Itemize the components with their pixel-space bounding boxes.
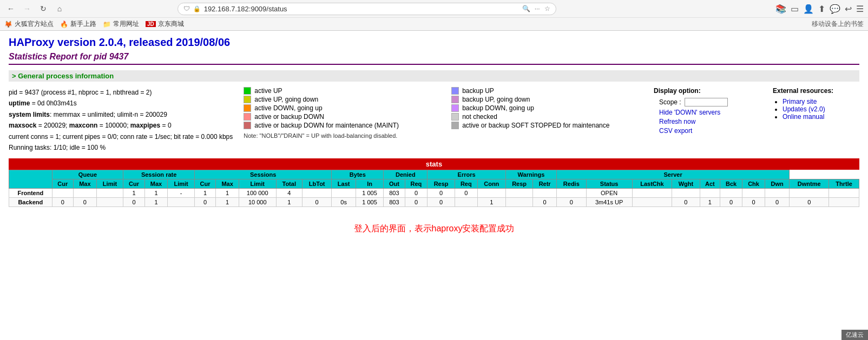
legend-backup-up: backup UP — [451, 87, 643, 95]
bookmark-newuser[interactable]: 🔥 新手上路 — [60, 19, 96, 29]
library-icon[interactable]: 📚 — [775, 4, 786, 14]
td — [96, 198, 123, 207]
sync-icon[interactable]: ⬆ — [818, 4, 825, 14]
search-icon: 🔍 — [522, 5, 530, 12]
th-denied-resp: Resp — [428, 179, 455, 189]
th-q-max: Max — [73, 179, 96, 189]
td — [556, 189, 586, 198]
td — [672, 189, 700, 198]
star-icon[interactable]: ☆ — [544, 5, 550, 12]
td: 0 — [194, 198, 215, 207]
table-row: Frontend 1 1 - 1 1 100 000 4 1 005 803 0 — [9, 189, 859, 198]
address-bar[interactable]: 🛡 🔒 192.168.7.182:9009/status 🔍 ··· ☆ — [177, 3, 556, 15]
legend-active-up: active UP — [244, 87, 435, 95]
hide-down-link[interactable]: Hide 'DOWN' servers — [659, 109, 720, 116]
manual-link[interactable]: Online manual — [782, 113, 824, 121]
bottom-message: 登入后的界面，表示haproxy安装配置成功 — [9, 223, 859, 235]
td: 0 — [405, 198, 428, 207]
home-button[interactable]: ⌂ — [53, 2, 66, 15]
th-sessions: Sessions — [194, 170, 331, 179]
stats-table: Queue Session rate Sessions Bytes Denied… — [9, 170, 859, 207]
back-button[interactable]: ← — [4, 2, 17, 15]
legend-color-not-checked — [451, 113, 459, 121]
th-dwn: Dwn — [765, 179, 790, 189]
fire-icon: 🔥 — [60, 21, 68, 28]
primary-site-link[interactable]: Primary site — [782, 98, 817, 105]
hide-down-item: Hide 'DOWN' servers — [659, 109, 762, 116]
menu-icon[interactable]: ☰ — [856, 4, 864, 14]
td: 0 — [73, 198, 96, 207]
th-bytes-in: In — [356, 179, 383, 189]
legend-soft-stopped: active or backup SOFT STOPPED for mainte… — [451, 122, 643, 129]
th-thrtle: Thrtle — [829, 179, 859, 189]
legend-color-soft-stopped — [451, 122, 459, 129]
legend-label-active-backup-down: active or backup DOWN — [254, 113, 324, 121]
td — [700, 189, 720, 198]
mobile-bookmarks: 移动设备上的书签 — [812, 19, 864, 29]
csv-export-link[interactable]: CSV export — [659, 127, 692, 135]
td — [96, 189, 123, 198]
chat-icon[interactable]: 💬 — [830, 4, 840, 14]
th-sr-cur: Cur — [123, 179, 144, 189]
td: 1 005 — [356, 198, 383, 207]
info-area: pid = 9437 (process #1, nbproc = 1, nbth… — [9, 87, 859, 153]
sidebar-icon[interactable]: ▭ — [791, 4, 799, 14]
td — [790, 189, 829, 198]
td — [632, 198, 672, 207]
td — [302, 189, 331, 198]
td: 0 — [428, 189, 455, 198]
bookmark-common[interactable]: 📁 常用网址 — [103, 19, 139, 29]
th-errors: Errors — [428, 170, 506, 179]
legend-label-soft-stopped: active or backup SOFT STOPPED for mainte… — [462, 122, 609, 129]
td: 0 — [533, 198, 557, 207]
th-chk: Chk — [742, 179, 765, 189]
row-frontend-name: Frontend — [9, 189, 52, 198]
browser-toolbar: ← → ↻ ⌂ 🛡 🔒 192.168.7.182:9009/status 🔍 … — [0, 0, 868, 17]
stats-container: stats Queue Session rate Sessions Bytes … — [9, 158, 859, 207]
legend-note: Note: "NOLB"/"DRAIN" = UP with load-bala… — [244, 132, 643, 139]
folder-icon: 📁 — [103, 21, 111, 28]
td — [829, 189, 859, 198]
bookmarks-bar: 🦊 火狐官方站点 🔥 新手上路 📁 常用网址 JD 京东商城 移动设备上的书签 — [0, 17, 868, 30]
td — [505, 198, 532, 207]
th-sr-max: Max — [144, 179, 168, 189]
updates-link[interactable]: Updates (v2.0) — [782, 105, 825, 113]
td: 0 — [556, 198, 586, 207]
th-sess-last: Last — [332, 179, 356, 189]
td: 1 — [477, 198, 505, 207]
forward-button[interactable]: → — [21, 2, 34, 15]
legend-active-backup-down: active or backup DOWN — [244, 113, 435, 121]
page-content: HAProxy version 2.0.4, released 2019/08/… — [0, 31, 868, 245]
profile-icon[interactable]: 👤 — [803, 4, 814, 14]
external-resources: External resources: Primary site Updates… — [773, 87, 859, 153]
td: 1 — [144, 198, 168, 207]
process-info: pid = 9437 (process #1, nbproc = 1, nbth… — [9, 87, 233, 153]
th-sess-max: Max — [216, 179, 239, 189]
td: 803 — [384, 189, 405, 198]
primary-site-item: Primary site — [782, 98, 859, 105]
page-title: HAProxy version 2.0.4, released 2019/08/… — [9, 36, 859, 49]
th-wght: Wght — [672, 179, 700, 189]
display-options-list: Scope : Hide 'DOWN' servers Refresh now … — [654, 98, 762, 135]
bookmark-label: 京东商城 — [158, 19, 184, 29]
undo-icon[interactable]: ↩ — [845, 4, 852, 14]
updates-item: Updates (v2.0) — [782, 105, 859, 113]
firefox-icon: 🦊 — [4, 21, 12, 28]
td: 0 — [123, 198, 144, 207]
scope-input[interactable] — [685, 98, 728, 106]
td — [455, 198, 477, 207]
th-err-req: Req — [455, 179, 477, 189]
refresh-now-link[interactable]: Refresh now — [659, 118, 695, 125]
address-icons: 🔍 ··· ☆ — [522, 5, 550, 12]
th-bytes-out: Out — [384, 179, 405, 189]
legend-color-backup-up — [451, 87, 459, 95]
th-sess-limit: Limit — [239, 179, 276, 189]
th-denied-req: Req — [405, 179, 428, 189]
td: 1 — [216, 198, 239, 207]
th-warn-redis: Redis — [556, 179, 586, 189]
bookmark-firefox[interactable]: 🦊 火狐官方站点 — [4, 19, 54, 29]
td — [765, 189, 790, 198]
divider — [9, 64, 859, 65]
reload-button[interactable]: ↻ — [37, 2, 50, 15]
bookmark-jd[interactable]: JD 京东商城 — [146, 19, 184, 29]
